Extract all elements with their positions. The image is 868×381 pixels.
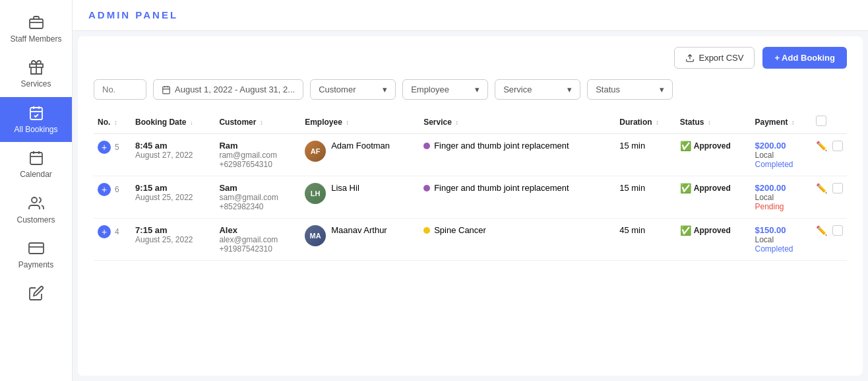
sidebar-item-payments-label: Payments (18, 260, 53, 269)
add-booking-label: + Add Booking (774, 53, 835, 63)
customer-phone-1: +852982340 (219, 202, 297, 211)
service-filter-chevron: ▾ (567, 85, 572, 94)
export-label: Export CSV (698, 53, 743, 63)
status-label-0: Approved (694, 141, 731, 151)
status-filter-label: Status (596, 85, 620, 94)
expand-btn-0[interactable]: + (98, 141, 111, 154)
sidebar-item-calendar-label: Calendar (20, 170, 52, 179)
payment-status-2: Completed (755, 244, 809, 254)
col-select-all[interactable] (812, 110, 847, 134)
calendar-icon (28, 150, 44, 166)
calendar-filter-icon (162, 85, 171, 94)
table-row: + 6 9:15 am August 25, 2022 Sam sam@gmai… (94, 176, 847, 219)
customer-name-0: Ram (219, 141, 297, 151)
bookings-table-wrap: No. ↕ Booking Date ↓ Customer ↕ Employee… (94, 110, 847, 261)
payment-type-0: Local (755, 151, 809, 160)
calendar-check-icon (28, 105, 44, 121)
cell-duration-1: 15 min (615, 176, 676, 219)
service-dot-0 (423, 143, 430, 149)
cell-date-1: 9:15 am August 25, 2022 (131, 176, 215, 219)
svg-rect-0 (30, 19, 43, 28)
status-filter-chevron: ▾ (660, 85, 664, 94)
table-row: + 4 7:15 am August 25, 2022 Alex alex@gm… (94, 219, 847, 261)
sidebar-item-payments[interactable]: Payments (0, 232, 72, 277)
expand-btn-2[interactable]: + (98, 225, 111, 238)
cell-no-0: + 5 (94, 134, 131, 176)
status-label-2: Approved (694, 226, 731, 235)
cell-payment-1: $200.00 Local Pending (751, 176, 813, 219)
table-row: + 5 8:45 am August 27, 2022 Ram ram@gmai… (94, 134, 847, 176)
status-filter[interactable]: Status ▾ (587, 79, 673, 100)
service-name-2: Spine Cancer (434, 225, 486, 235)
sidebar-item-edit[interactable] (0, 277, 72, 309)
payment-status-1: Pending (755, 202, 809, 211)
col-booking-date: Booking Date ↓ (131, 110, 215, 134)
employee-name-0: Adam Footman (331, 141, 390, 151)
service-dot-2 (423, 227, 430, 234)
service-filter-label: Service (503, 85, 532, 94)
cell-date-2: 7:15 am August 25, 2022 (131, 219, 215, 261)
service-name-0: Finger and thumb joint replacement (434, 141, 569, 151)
booking-time-1: 9:15 am (135, 183, 211, 193)
service-dot-1 (423, 185, 430, 191)
edit-icon (28, 285, 44, 301)
cell-employee-1: LH Lisa Hil (301, 176, 419, 219)
customer-filter[interactable]: Customer ▾ (310, 79, 396, 100)
employee-filter-chevron: ▾ (475, 85, 480, 94)
cell-actions-1: ✏️ (812, 176, 847, 219)
service-filter[interactable]: Service ▾ (495, 79, 580, 100)
customer-phone-2: +91987542310 (219, 244, 297, 254)
payment-type-1: Local (755, 193, 809, 202)
filters-row: August 1, 2022 - August 31, 2... Custome… (94, 79, 847, 100)
date-range-filter[interactable]: August 1, 2022 - August 31, 2... (153, 79, 303, 100)
sidebar-item-services[interactable]: Services (0, 52, 72, 96)
users-icon (28, 195, 44, 211)
payment-amount-2: $150.00 (755, 225, 809, 235)
row-checkbox-2[interactable] (832, 225, 843, 236)
customer-name-2: Alex (219, 225, 297, 235)
row-checkbox-1[interactable] (832, 183, 843, 193)
export-csv-button[interactable]: Export CSV (674, 47, 755, 69)
edit-row-button-0[interactable]: ✏️ (816, 141, 827, 151)
col-customer: Customer ↕ (215, 110, 301, 134)
booking-date-1: August 25, 2022 (135, 193, 211, 202)
cell-duration-2: 45 min (615, 219, 676, 261)
payment-status-0: Completed (755, 160, 809, 169)
sidebar-item-all-bookings-label: All Bookings (14, 125, 57, 134)
status-icon-0: ✅ (680, 141, 691, 151)
svg-point-12 (32, 197, 37, 203)
cell-payment-2: $150.00 Local Completed (751, 219, 813, 261)
row-checkbox-0[interactable] (832, 141, 843, 151)
sidebar-item-calendar[interactable]: Calendar (0, 142, 72, 187)
edit-row-button-2[interactable]: ✏️ (816, 225, 827, 236)
payment-amount-0: $200.00 (755, 141, 809, 151)
number-filter-input[interactable] (94, 79, 146, 100)
svg-rect-16 (163, 87, 170, 94)
customer-name-1: Sam (219, 183, 297, 193)
customer-phone-0: +62987654310 (219, 160, 297, 169)
expand-btn-1[interactable]: + (98, 183, 111, 196)
booking-date-2: August 25, 2022 (135, 235, 211, 244)
col-duration: Duration ↕ (615, 110, 676, 134)
sidebar-item-services-label: Services (20, 79, 51, 88)
employee-filter[interactable]: Employee ▾ (402, 79, 488, 100)
sidebar-item-staff-members[interactable]: Staff Members (0, 7, 72, 52)
sidebar-item-customers[interactable]: Customers (0, 188, 72, 232)
add-booking-button[interactable]: + Add Booking (762, 47, 847, 69)
col-service: Service ↕ (419, 110, 615, 134)
cell-duration-0: 15 min (615, 134, 676, 176)
credit-card-icon (28, 240, 44, 256)
sidebar-item-all-bookings[interactable]: All Bookings (0, 97, 72, 142)
customer-email-2: alex@gmail.com (219, 235, 297, 244)
briefcase-icon (28, 15, 44, 30)
edit-row-button-1[interactable]: ✏️ (816, 183, 827, 193)
cell-status-1: ✅ Approved (676, 176, 751, 219)
svg-rect-13 (29, 243, 44, 254)
svg-rect-8 (30, 153, 42, 164)
booking-time-2: 7:15 am (135, 225, 211, 235)
cell-service-0: Finger and thumb joint replacement (419, 134, 615, 176)
cell-customer-0: Ram ram@gmail.com +62987654310 (215, 134, 301, 176)
employee-name-1: Lisa Hil (331, 183, 359, 193)
payment-type-2: Local (755, 235, 809, 244)
row-number-1: 6 (115, 185, 119, 194)
